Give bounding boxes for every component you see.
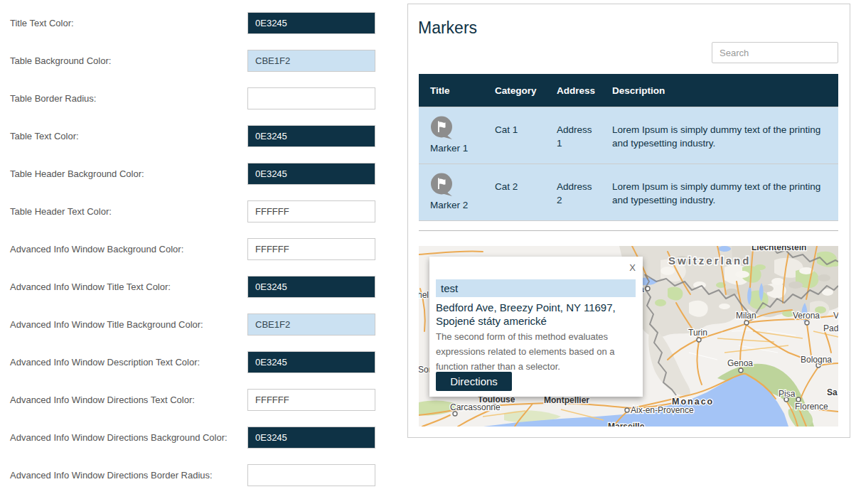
city-dot bbox=[744, 321, 749, 325]
field-label: Table Border Radius: bbox=[10, 87, 96, 109]
map-label: Milan bbox=[736, 311, 756, 321]
marker-title: Marker 1 bbox=[430, 141, 483, 155]
markers-table: TitleCategoryAddressDescription Marker 1… bbox=[419, 74, 838, 221]
color-value-input[interactable] bbox=[247, 389, 375, 411]
marker-title: Marker 2 bbox=[430, 198, 483, 212]
marker-category: Cat 2 bbox=[483, 164, 545, 193]
map-label: Liechtenstein bbox=[752, 246, 806, 252]
map-info-window: X test Bedford Ave, Breezy Point, NY 116… bbox=[429, 257, 643, 397]
search-input[interactable] bbox=[712, 42, 838, 63]
field-label: Table Background Color: bbox=[10, 50, 111, 72]
table-row: Marker 1Cat 1Address 1Lorem Ipsum is sim… bbox=[419, 107, 838, 164]
color-value-input[interactable] bbox=[247, 200, 375, 222]
map[interactable]: SwitzerlandLiechtensteinGenevahelSorMila… bbox=[419, 246, 838, 427]
city-dot bbox=[739, 368, 743, 372]
map-label: Turin bbox=[688, 328, 707, 338]
form-row: Advanced Info Window Directions Backgrou… bbox=[0, 427, 398, 449]
field-label: Table Header Background Color: bbox=[10, 163, 144, 185]
map-label: Marseille bbox=[608, 422, 645, 427]
form-row: Table Header Text Color: bbox=[0, 200, 398, 222]
table-body: Marker 1Cat 1Address 1Lorem Ipsum is sim… bbox=[419, 107, 838, 221]
info-window-description: The second form of this method evaluates… bbox=[436, 329, 629, 374]
map-label: Venice bbox=[833, 311, 838, 321]
form-row: Advanced Info Window Description Text Co… bbox=[0, 351, 398, 373]
map-label: Padua bbox=[823, 323, 838, 333]
settings-form: Title Text Color:Table Background Color:… bbox=[0, 0, 398, 504]
marker-description: Lorem Ipsum is simply dummy text of the … bbox=[601, 107, 838, 150]
color-value-input[interactable] bbox=[247, 12, 375, 34]
form-row: Title Text Color: bbox=[0, 12, 398, 34]
field-label: Title Text Color: bbox=[10, 12, 74, 34]
marker-address: Address 1 bbox=[545, 107, 601, 150]
field-label: Advanced Info Window Directions Text Col… bbox=[10, 389, 195, 411]
color-value-input[interactable] bbox=[247, 427, 375, 449]
city-dot bbox=[625, 408, 629, 412]
field-label: Advanced Info Window Title Text Color: bbox=[10, 276, 171, 298]
map-label: Florence bbox=[795, 402, 828, 412]
map-label: Aix-en-Provence bbox=[631, 405, 694, 415]
color-value-input[interactable] bbox=[247, 50, 375, 72]
form-row: Table Text Color: bbox=[0, 125, 398, 147]
directions-button[interactable]: Directions bbox=[436, 372, 512, 391]
marker-flag-icon bbox=[430, 116, 454, 139]
marker-description: Lorem Ipsum is simply dummy text of the … bbox=[601, 164, 838, 207]
map-label: Verona bbox=[793, 311, 820, 321]
panel-title: Markers bbox=[418, 18, 477, 38]
color-value-input[interactable] bbox=[247, 464, 375, 486]
form-row: Advanced Info Window Title Text Color: bbox=[0, 276, 398, 298]
form-row: Advanced Info Window Title Background Co… bbox=[0, 313, 398, 336]
column-header: Title bbox=[419, 85, 483, 96]
map-label: Genoa bbox=[727, 358, 753, 368]
city-dot bbox=[697, 338, 701, 342]
color-value-input[interactable] bbox=[247, 313, 375, 336]
close-icon[interactable]: X bbox=[629, 262, 636, 273]
info-window-address: Bedford Ave, Breezy Point, NY 11697, Spo… bbox=[436, 301, 628, 328]
map-label: Switzerland bbox=[668, 254, 751, 267]
map-label: Carcassonne bbox=[450, 402, 501, 412]
field-label: Table Header Text Color: bbox=[10, 200, 112, 222]
column-header: Category bbox=[483, 85, 545, 96]
field-label: Advanced Info Window Description Text Co… bbox=[10, 351, 200, 373]
city-dot bbox=[646, 286, 650, 291]
field-label: Advanced Info Window Directions Backgrou… bbox=[10, 427, 228, 449]
marker-address: Address 2 bbox=[545, 164, 601, 207]
form-row: Advanced Info Window Background Color: bbox=[0, 238, 398, 260]
markers-panel: Markers TitleCategoryAddressDescription … bbox=[407, 4, 850, 438]
form-row: Advanced Info Window Directions Text Col… bbox=[0, 389, 398, 411]
form-row: Table Header Background Color: bbox=[0, 163, 398, 185]
field-label: Advanced Info Window Title Background Co… bbox=[10, 313, 203, 336]
map-label: hel bbox=[419, 290, 429, 300]
color-value-input[interactable] bbox=[247, 276, 375, 298]
color-value-input[interactable] bbox=[247, 351, 375, 373]
divider bbox=[419, 230, 838, 231]
marker-category: Cat 1 bbox=[483, 107, 545, 136]
field-label: Table Text Color: bbox=[10, 125, 79, 147]
color-value-input[interactable] bbox=[247, 87, 375, 109]
color-value-input[interactable] bbox=[247, 125, 375, 147]
table-row: Marker 2Cat 2Address 2Lorem Ipsum is sim… bbox=[419, 164, 838, 221]
color-value-input[interactable] bbox=[247, 163, 375, 185]
form-row: Table Background Color: bbox=[0, 50, 398, 72]
color-value-input[interactable] bbox=[247, 238, 375, 260]
info-window-title: test bbox=[436, 279, 636, 297]
column-header: Description bbox=[601, 85, 838, 96]
map-label: Montpellier bbox=[544, 395, 589, 405]
column-header: Address bbox=[545, 85, 601, 96]
table-header: TitleCategoryAddressDescription bbox=[419, 74, 838, 107]
form-row: Advanced Info Window Directions Border R… bbox=[0, 464, 398, 486]
field-label: Advanced Info Window Background Color: bbox=[10, 238, 183, 260]
field-label: Advanced Info Window Directions Border R… bbox=[10, 464, 213, 486]
form-row: Table Border Radius: bbox=[0, 87, 398, 109]
map-label: Bologna bbox=[801, 355, 832, 365]
city-dot bbox=[805, 321, 809, 325]
map-label: Pisa bbox=[779, 389, 796, 399]
map-label: Sa bbox=[827, 387, 838, 397]
marker-flag-icon bbox=[430, 173, 454, 196]
